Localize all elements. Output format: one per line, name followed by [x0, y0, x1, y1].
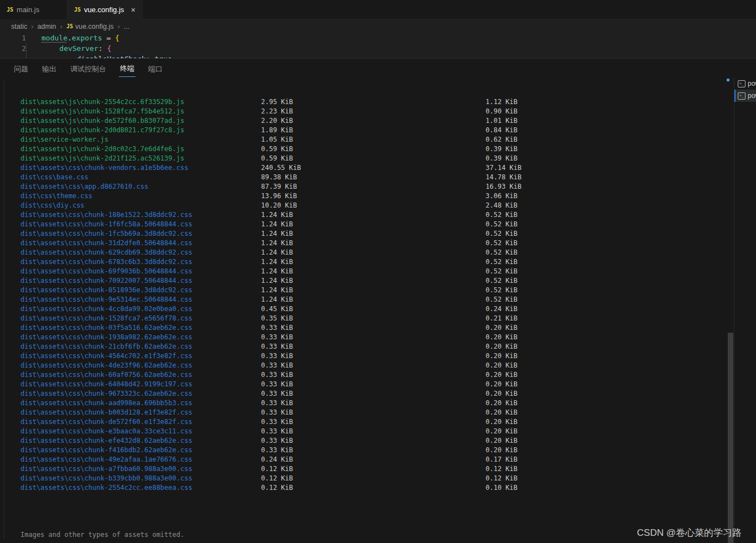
file-size: 1.24 KiB	[261, 295, 486, 304]
panel-tab-terminal[interactable]: 终端	[119, 60, 135, 77]
panel-tab-ports[interactable]: 端口	[147, 61, 164, 77]
file-gzipped-size: 0.20 KiB	[486, 323, 518, 333]
file-path-link[interactable]: dist\assets\css\chunk-1528fca7.e5656f78.…	[20, 314, 261, 323]
code-editor[interactable]: 1 module.exports = { 2 devServer: { disa…	[0, 33, 756, 58]
file-path-link[interactable]: dist\assets\css\chunk-a7fbba60.988a3e00.…	[20, 464, 261, 474]
file-gzipped-size: 0.52 KiB	[486, 295, 518, 304]
file-path-link[interactable]: dist\assets\css\chunk-2554c2cc.ee88beea.…	[20, 483, 261, 493]
file-row: dist\assets\css\chunk-4cc8da99.02e0bea0.…	[20, 304, 726, 314]
file-path-link[interactable]: dist\assets\css\chunk-e3baac0a.33ce3c11.…	[20, 427, 261, 436]
file-row: dist\assets\css\chunk-1528fca7.e5656f78.…	[20, 314, 726, 323]
file-gzipped-size: 0.90 KiB	[486, 107, 518, 116]
file-path-link[interactable]: dist\assets\css\chunk-64048d42.9199c197.…	[20, 380, 261, 389]
file-path-link[interactable]: dist\assets\css\chunk-de572f60.e1f3e82f.…	[20, 417, 261, 427]
file-path-link[interactable]: dist\assets\css\chunk-1f6fc58a.50648844.…	[20, 220, 261, 229]
file-gzipped-size: 0.10 KiB	[486, 483, 518, 493]
terminal-list-item-2[interactable]: >_ powershell	[734, 90, 756, 102]
breadcrumb-admin[interactable]: admin	[38, 23, 56, 30]
file-gzipped-size: 0.39 KiB	[486, 144, 518, 154]
file-row: dist\service-worker.js1.05 KiB0.62 KiB	[20, 135, 726, 144]
file-path-link[interactable]: dist\assets\js\chunk-2d0c02c3.7e6d4fe6.j…	[20, 144, 261, 154]
file-path-link[interactable]: dist\assets\js\chunk-2554c2cc.6f33529b.j…	[20, 97, 261, 107]
file-gzipped-size: 0.52 KiB	[486, 239, 518, 248]
file-path-link[interactable]: dist\assets\css\chunk-6783c6b3.3d8ddc92.…	[20, 257, 261, 267]
file-path-link[interactable]: dist\assets\css\chunk-31d2dfe0.50648844.…	[20, 239, 261, 248]
file-path-link[interactable]: dist\assets\css\chunk-aad998ea.696bb5b3.…	[20, 399, 261, 408]
file-path-link[interactable]: dist\assets\css\chunk-49e2afaa.1ae76676.…	[20, 455, 261, 464]
file-size: 0.33 KiB	[261, 417, 486, 427]
terminal-scrollbar[interactable]	[728, 333, 733, 543]
file-path-link[interactable]: dist\assets\css\chunk-4de23f96.62aeb62e.…	[20, 361, 261, 370]
file-gzipped-size: 1.01 KiB	[486, 116, 518, 126]
file-gzipped-size: 2.48 KiB	[486, 201, 518, 210]
panel-tab-problems[interactable]: 问题	[13, 61, 29, 77]
file-size: 0.33 KiB	[261, 370, 486, 380]
file-path-link[interactable]: dist\assets\css\chunk-9673323c.62aeb62e.…	[20, 389, 261, 399]
file-row: dist\assets\js\chunk-de572f60.b83077ad.j…	[20, 116, 726, 126]
file-size: 0.33 KiB	[261, 333, 486, 342]
file-gzipped-size: 0.12 KiB	[486, 464, 518, 474]
tab-vue-config-js[interactable]: JS vue.config.js ×	[67, 0, 143, 19]
file-size: 0.33 KiB	[261, 351, 486, 361]
file-size: 1.24 KiB	[261, 248, 486, 257]
file-path-link[interactable]: dist\css\base.css	[20, 173, 261, 182]
file-path-link[interactable]: dist\assets\css\chunk-60af0756.62aeb62e.…	[20, 370, 261, 380]
file-gzipped-size: 0.20 KiB	[486, 427, 518, 436]
file-path-link[interactable]: dist\assets\js\chunk-de572f60.b83077ad.j…	[20, 116, 261, 126]
chevron-right-icon: ›	[31, 22, 33, 30]
file-path-link[interactable]: dist\css\diy.css	[20, 201, 261, 210]
breadcrumb: static › admin › JS vue.config.js › ...	[0, 20, 756, 33]
file-path-link[interactable]: dist\assets\css\chunk-1fc5b69a.3d8ddc92.…	[20, 229, 261, 239]
file-path-link[interactable]: dist\assets\css\chunk-f416bdb2.62aeb62e.…	[20, 446, 261, 455]
terminal-list-item-1[interactable]: >_ powershell	[734, 77, 756, 90]
panel-tab-debug-console[interactable]: 调试控制台	[69, 61, 107, 77]
file-path-link[interactable]: dist\assets\css\chunk-4cc8da99.02e0bea0.…	[20, 304, 261, 314]
terminal-item-label: powershell	[748, 92, 756, 100]
file-gzipped-size: 0.20 KiB	[486, 342, 518, 351]
file-path-link[interactable]: dist\assets\css\chunk-629cdb69.3d8ddc92.…	[20, 248, 261, 257]
file-path-link[interactable]: dist\assets\css\app.d8627610.css	[20, 182, 261, 192]
file-path-link[interactable]: dist\assets\css\chunk-vendors.a1e5b6ee.c…	[20, 163, 261, 173]
file-path-link[interactable]: dist\assets\css\chunk-4564c702.e1f3e82f.…	[20, 351, 261, 361]
file-gzipped-size: 0.52 KiB	[486, 210, 518, 220]
file-path-link[interactable]: dist\service-worker.js	[20, 135, 261, 144]
file-path-link[interactable]: dist\assets\css\chunk-efe432d8.62aeb62e.…	[20, 436, 261, 446]
breadcrumb-file[interactable]: vue.config.js	[75, 23, 113, 30]
file-size: 0.33 KiB	[261, 436, 486, 446]
close-icon[interactable]: ×	[127, 6, 135, 14]
file-path-link[interactable]: dist\assets\css\chunk-b003d128.e1f3e82f.…	[20, 408, 261, 417]
file-path-link[interactable]: dist\assets\css\chunk-21cbf6fb.62aeb62e.…	[20, 342, 261, 351]
file-size: 87.39 KiB	[261, 182, 486, 192]
file-path-link[interactable]: dist\assets\css\chunk-1938a982.62aeb62e.…	[20, 333, 261, 342]
chevron-right-icon: ›	[60, 22, 62, 30]
file-path-link[interactable]: dist\assets\css\chunk-69f9036b.50648844.…	[20, 267, 261, 276]
file-gzipped-size: 14.78 KiB	[486, 173, 522, 182]
file-path-link[interactable]: dist\assets\css\chunk-9e5314ec.50648844.…	[20, 295, 261, 304]
file-size: 2.23 KiB	[261, 107, 486, 116]
file-path-link[interactable]: dist\assets\js\chunk-1528fca7.f5b4e512.j…	[20, 107, 261, 116]
file-path-link[interactable]: dist\assets\css\chunk-03f5a516.62aeb62e.…	[20, 323, 261, 333]
file-size: 10.20 KiB	[261, 201, 486, 210]
file-path-link[interactable]: dist\assets\js\chunk-2d0d8021.c79f27c8.j…	[20, 126, 261, 135]
breadcrumb-static[interactable]: static	[11, 23, 27, 30]
line-number: 1	[0, 33, 26, 43]
file-path-link[interactable]: dist\assets\js\chunk-2d21f125.ac526139.j…	[20, 154, 261, 163]
file-path-link[interactable]: dist\assets\css\chunk-8518936e.3d8ddc92.…	[20, 286, 261, 295]
file-gzipped-size: 0.20 KiB	[486, 408, 518, 417]
panel-tab-output[interactable]: 输出	[41, 61, 58, 77]
file-gzipped-size: 0.17 KiB	[486, 455, 518, 464]
tab-main-js[interactable]: JS main.js	[0, 0, 67, 19]
breadcrumb-symbol-ellipsis[interactable]: ...	[124, 23, 129, 30]
file-path-link[interactable]: dist\css\theme.css	[20, 192, 261, 201]
file-size: 89.38 KiB	[261, 173, 486, 182]
file-gzipped-size: 0.12 KiB	[486, 474, 518, 483]
file-size: 0.33 KiB	[261, 342, 486, 351]
file-path-link[interactable]: dist\assets\css\chunk-70922007.50648844.…	[20, 276, 261, 286]
file-gzipped-size: 0.52 KiB	[486, 220, 518, 229]
file-gzipped-size: 0.52 KiB	[486, 276, 518, 286]
terminal-file-list: dist\assets\js\chunk-2554c2cc.6f33529b.j…	[0, 97, 726, 493]
terminal-output[interactable]: dist\assets\js\chunk-2554c2cc.6f33529b.j…	[0, 79, 726, 543]
file-path-link[interactable]: dist\assets\css\chunk-b339cbb0.988a3e00.…	[20, 474, 261, 483]
file-path-link[interactable]: dist\assets\css\chunk-188e1522.3d8ddc92.…	[20, 210, 261, 220]
file-row: dist\assets\css\chunk-64048d42.9199c197.…	[20, 380, 726, 389]
